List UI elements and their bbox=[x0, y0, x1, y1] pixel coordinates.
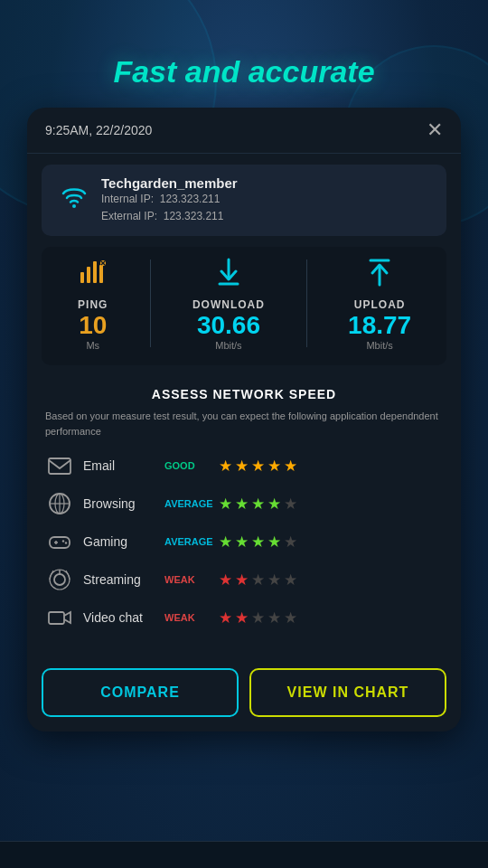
upload-label: UPLOAD bbox=[354, 298, 406, 311]
download-unit: Mbit/s bbox=[215, 340, 241, 351]
videochat-icon bbox=[45, 603, 74, 632]
list-item: Browsing AVERAGE ★ ★ ★ ★ ★ bbox=[45, 489, 443, 518]
star: ★ bbox=[219, 533, 232, 552]
internal-ip: Internal IP: 123.323.211 bbox=[101, 191, 238, 208]
download-label: DOWNLOAD bbox=[192, 298, 265, 311]
svg-rect-2 bbox=[87, 267, 90, 283]
streaming-quality: WEAK bbox=[164, 574, 219, 585]
browsing-stars: ★ ★ ★ ★ ★ bbox=[219, 495, 297, 514]
star: ★ bbox=[267, 457, 281, 476]
gaming-stars: ★ ★ ★ ★ ★ bbox=[219, 533, 297, 552]
streaming-label: Streaming bbox=[83, 572, 164, 587]
browsing-icon bbox=[45, 489, 74, 518]
divider-2 bbox=[306, 259, 307, 347]
browsing-label: Browsing bbox=[83, 496, 164, 511]
assess-section: ASSESS NETWORK SPEED Based on your measu… bbox=[27, 374, 461, 656]
svg-point-0 bbox=[72, 204, 76, 208]
divider-1 bbox=[150, 259, 151, 347]
assess-subtitle: Based on your measure test result, you c… bbox=[45, 409, 443, 439]
list-item: Email GOOD ★ ★ ★ ★ ★ bbox=[45, 451, 443, 480]
star: ★ bbox=[251, 457, 265, 476]
email-stars: ★ ★ ★ ★ ★ bbox=[219, 457, 297, 476]
assess-title: ASSESS NETWORK SPEED bbox=[45, 387, 443, 401]
gaming-icon bbox=[45, 527, 74, 556]
star: ★ bbox=[267, 609, 281, 627]
download-item: DOWNLOAD 30.66 Mbit/s bbox=[192, 256, 265, 351]
star: ★ bbox=[235, 609, 249, 627]
wifi-icon bbox=[60, 183, 89, 218]
star: ★ bbox=[251, 609, 265, 627]
speed-panel: PING 10 Ms DOWNLOAD 30.66 Mbit/s bbox=[42, 247, 446, 365]
svg-rect-12 bbox=[49, 458, 70, 474]
svg-point-20 bbox=[62, 541, 64, 542]
star: ★ bbox=[284, 609, 297, 627]
star: ★ bbox=[235, 533, 249, 552]
ping-label: PING bbox=[78, 298, 108, 311]
videochat-label: Video chat bbox=[83, 610, 164, 625]
upload-icon bbox=[363, 256, 396, 295]
star: ★ bbox=[235, 457, 249, 476]
star: ★ bbox=[284, 495, 297, 514]
videochat-stars: ★ ★ ★ ★ ★ bbox=[219, 609, 297, 627]
star: ★ bbox=[235, 495, 249, 514]
network-name: Techgarden_member bbox=[101, 175, 238, 191]
email-label: Email bbox=[83, 458, 164, 473]
streaming-stars: ★ ★ ★ ★ ★ bbox=[219, 571, 297, 590]
svg-point-21 bbox=[65, 542, 67, 544]
compare-button[interactable]: COMPARE bbox=[42, 668, 239, 717]
star: ★ bbox=[284, 533, 297, 552]
svg-rect-3 bbox=[93, 261, 97, 283]
star: ★ bbox=[284, 571, 297, 590]
download-value: 30.66 bbox=[197, 311, 260, 340]
email-quality: GOOD bbox=[164, 460, 219, 471]
star: ★ bbox=[251, 495, 265, 514]
browsing-quality: AVERAGE bbox=[164, 498, 219, 509]
bottom-bar bbox=[0, 841, 488, 868]
list-item: Gaming AVERAGE ★ ★ ★ ★ ★ bbox=[45, 527, 443, 556]
ping-value: 10 bbox=[79, 311, 107, 340]
list-item: Video chat WEAK ★ ★ ★ ★ ★ bbox=[45, 603, 443, 632]
email-icon bbox=[45, 451, 74, 480]
star: ★ bbox=[251, 571, 265, 590]
svg-rect-1 bbox=[80, 272, 84, 283]
gaming-quality: AVERAGE bbox=[164, 536, 219, 547]
upload-unit: Mbit/s bbox=[366, 340, 392, 351]
svg-rect-25 bbox=[49, 612, 64, 624]
gaming-label: Gaming bbox=[83, 534, 164, 549]
ping-unit: Ms bbox=[86, 340, 99, 351]
star: ★ bbox=[219, 457, 232, 476]
upload-item: UPLOAD 18.77 Mbit/s bbox=[348, 256, 411, 351]
action-buttons: COMPARE VIEW IN CHART bbox=[42, 668, 446, 717]
ping-item: PING 10 Ms bbox=[77, 256, 109, 351]
star: ★ bbox=[219, 495, 232, 514]
timestamp: 9:25AM, 22/2/2020 bbox=[45, 123, 152, 137]
page-title: Fast and accurate bbox=[0, 0, 488, 90]
star: ★ bbox=[219, 609, 232, 627]
star: ★ bbox=[267, 533, 281, 552]
star: ★ bbox=[235, 571, 249, 590]
star: ★ bbox=[251, 533, 265, 552]
videochat-quality: WEAK bbox=[164, 612, 219, 623]
star: ★ bbox=[267, 571, 281, 590]
download-icon bbox=[212, 256, 245, 295]
star: ★ bbox=[219, 571, 232, 590]
star: ★ bbox=[267, 495, 281, 514]
close-button[interactable]: ✕ bbox=[427, 120, 443, 140]
svg-rect-4 bbox=[99, 265, 103, 283]
view-chart-button[interactable]: VIEW IN CHART bbox=[249, 668, 446, 717]
list-item: Streaming WEAK ★ ★ ★ ★ ★ bbox=[45, 565, 443, 594]
upload-value: 18.77 bbox=[348, 311, 411, 340]
card-header: 9:25AM, 22/2/2020 ✕ bbox=[27, 108, 461, 154]
star: ★ bbox=[284, 457, 297, 476]
external-ip: External IP: 123.323.211 bbox=[101, 208, 238, 225]
network-info: Techgarden_member Internal IP: 123.323.2… bbox=[42, 165, 446, 236]
network-details: Techgarden_member Internal IP: 123.323.2… bbox=[101, 175, 238, 225]
svg-point-22 bbox=[54, 574, 65, 585]
main-card: 9:25AM, 22/2/2020 ✕ Techgarden_member In… bbox=[27, 108, 461, 731]
streaming-icon bbox=[45, 565, 74, 594]
ping-icon bbox=[77, 256, 109, 295]
